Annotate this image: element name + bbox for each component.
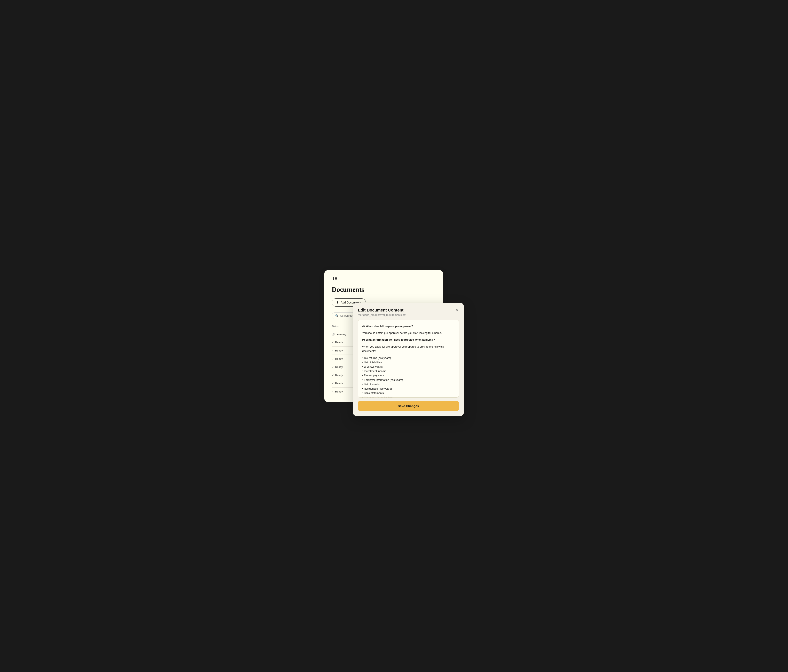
status-icon-ready: ✓ (332, 341, 334, 344)
status-cell: ✓ Ready (332, 374, 356, 377)
modal-footer: Save Changes (353, 398, 464, 416)
list-item: Residences (two years) (362, 387, 454, 391)
status-label: Ready (335, 374, 343, 377)
status-cell: ✓ Ready (332, 341, 356, 344)
list-item: W-2 (two years) (362, 365, 454, 369)
status-icon-ready: ✓ (332, 390, 334, 393)
list-item: Tax returns (two years) (362, 356, 454, 360)
list-item: Bank statements (362, 391, 454, 395)
status-icon-ready: ✓ (332, 374, 334, 377)
status-icon-ready: ✓ (332, 349, 334, 352)
save-changes-button[interactable]: Save Changes (358, 401, 459, 411)
status-cell: ✓ Ready (332, 349, 356, 352)
status-label: Learning (336, 333, 346, 336)
status-cell: ✓ Ready (332, 357, 356, 360)
search-icon: 🔍 (335, 314, 338, 317)
status-icon-ready: ✓ (332, 357, 334, 360)
status-icon-ready: ✓ (332, 365, 334, 369)
list-item: List of assets (362, 382, 454, 386)
header-status: Status (332, 325, 356, 328)
list-item: Investment income (362, 369, 454, 373)
modal-subtitle: mortgage_preapproval_requirements.pdf (358, 313, 459, 316)
modal-header: Edit Document Content mortgage_preapprov… (353, 303, 464, 320)
status-icon-learning: ⏱ (332, 333, 335, 336)
list-item: Employer information (two years) (362, 378, 454, 382)
status-label: Ready (335, 349, 343, 352)
status-cell: ✓ Ready (332, 390, 356, 393)
modal-content-area[interactable]: ## When should I request pre-approval? Y… (358, 320, 459, 398)
sidebar-toggle-button[interactable] (332, 277, 337, 281)
modal-close-button[interactable]: ✕ (454, 307, 460, 313)
section1-text: You should obtain pre-approval before yo… (362, 331, 454, 335)
status-label: Ready (335, 390, 343, 393)
page-title: Documents (332, 286, 436, 293)
upload-icon: ⬆ (336, 301, 339, 304)
status-label: Ready (335, 341, 343, 344)
status-label: Ready (335, 365, 343, 369)
document-list: Tax returns (two years)List of liabiliti… (362, 356, 454, 398)
modal-title: Edit Document Content (358, 308, 459, 312)
status-label: Ready (335, 357, 343, 360)
status-cell: ⏱ Learning (332, 333, 356, 336)
status-cell: ✓ Ready (332, 382, 356, 385)
section1-heading: ## When should I request pre-approval? (362, 325, 413, 328)
status-icon-ready: ✓ (332, 382, 334, 385)
edit-document-modal: Edit Document Content mortgage_preapprov… (353, 303, 464, 416)
section2-intro: When you apply for pre-approval be prepa… (362, 344, 454, 353)
list-item: Recent pay stubs (362, 373, 454, 377)
list-item: List of liabilities (362, 360, 454, 365)
modal-overlay: Edit Document Content mortgage_preapprov… (353, 303, 464, 416)
status-cell: ✓ Ready (332, 365, 356, 369)
section2-heading: ## What information do I need to provide… (362, 338, 435, 341)
list-item: Gift letters (if applicable) (362, 395, 454, 398)
status-label: Ready (335, 382, 343, 385)
